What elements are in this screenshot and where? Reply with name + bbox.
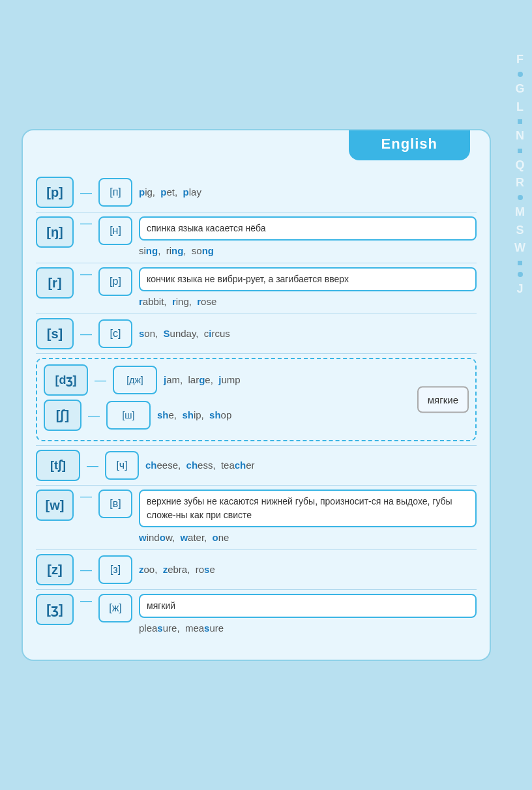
desc-ng: спинка языка касается нёба xyxy=(139,216,477,241)
examples-ng: sing, ring, song xyxy=(139,245,214,256)
sep-4 xyxy=(36,353,477,354)
russian-r: [р] xyxy=(98,267,132,296)
arrow-tsh: — xyxy=(87,459,98,473)
russian-zh: [ж] xyxy=(98,594,132,622)
russian-ng: [н] xyxy=(98,216,132,245)
letter-F: F xyxy=(516,52,524,67)
desc-w: верхние зубы не касаются нижней губы, пр… xyxy=(139,490,477,527)
rows-container: [p] — [п] pig, pet, play [ŋ] — [н] спинк… xyxy=(23,173,490,647)
examples-dj: jam, large, jump xyxy=(164,374,241,385)
row-w: [w] — [в] верхние зубы не касаются нижне… xyxy=(36,490,477,546)
arrow-zh: — xyxy=(80,594,92,607)
examples-tsh: cheese, chess, teacher xyxy=(145,460,255,471)
myagkie-label: мягкие xyxy=(417,387,469,413)
background: F G L N Q R M S W J English [p] — [п] xyxy=(0,0,532,790)
arrow-sh: — xyxy=(88,409,100,422)
russian-z: [з] xyxy=(98,555,132,584)
sep-7 xyxy=(36,549,477,550)
side-sq-2 xyxy=(518,149,522,153)
arrow-dj: — xyxy=(95,373,106,387)
examples-r: rabbit, ring, rose xyxy=(139,296,216,307)
letter-Q: Q xyxy=(515,158,524,173)
page-title: English xyxy=(381,136,437,152)
row-sh: [ʃ] — [ш] she, ship, shop xyxy=(44,400,469,431)
phoneme-s: [s] xyxy=(36,318,74,349)
row-zh: [ʒ] — [ж] мягкий pleasure, measure xyxy=(36,594,477,636)
desc-zh: мягкий xyxy=(139,594,477,618)
content-dj: jam, large, jump xyxy=(164,372,469,388)
side-alphabet: F G L N Q R M S W J xyxy=(514,52,525,297)
content-z: zoo, zebra, rose xyxy=(139,562,477,578)
row-dj: [dʒ] — [дж] jam, large, jump xyxy=(44,364,469,396)
letter-W: W xyxy=(514,241,525,256)
arrow-w: — xyxy=(80,490,92,503)
header-area: English xyxy=(23,130,490,166)
content-tsh: cheese, chess, teacher xyxy=(145,458,477,473)
russian-s: [с] xyxy=(98,319,132,348)
russian-sh: [ш] xyxy=(106,401,151,430)
examples-zh: pleasure, measure xyxy=(139,622,224,634)
desc-r: кончик языка не вибри-рует, а загибается… xyxy=(139,267,477,291)
phoneme-tsh: [tʃ] xyxy=(36,450,80,481)
row-z: [z] — [з] zoo, zebra, rose xyxy=(36,554,477,585)
row-p: [p] — [п] pig, pet, play xyxy=(36,177,477,208)
content-w: верхние зубы не касаются нижней губы, пр… xyxy=(139,490,477,546)
phoneme-dj: [dʒ] xyxy=(44,364,88,396)
side-sq-3 xyxy=(518,261,522,265)
row-ng: [ŋ] — [н] спинка языка касается нёба sin… xyxy=(36,216,477,259)
phoneme-sh: [ʃ] xyxy=(44,400,81,431)
main-card: English [p] — [п] pig, pet, play [ŋ] — [… xyxy=(22,129,491,661)
arrow-z: — xyxy=(80,563,92,577)
examples-z: zoo, zebra, rose xyxy=(139,564,215,575)
russian-p: [п] xyxy=(98,178,132,207)
phoneme-w: [w] xyxy=(36,490,74,521)
examples-w: window, water, one xyxy=(139,532,229,543)
side-dot-3 xyxy=(518,272,523,277)
arrow-r: — xyxy=(80,267,92,281)
examples-s: son, Sunday, circus xyxy=(139,328,230,339)
examples-sh: she, ship, shop xyxy=(157,409,231,420)
arrow-p: — xyxy=(80,186,92,199)
letter-S: S xyxy=(516,223,524,238)
examples-p: pig, pet, play xyxy=(139,186,201,197)
letter-J: J xyxy=(516,282,523,297)
sep-2 xyxy=(36,263,477,263)
content-p: pig, pet, play xyxy=(139,184,477,200)
row-tsh: [tʃ] — [ч] cheese, chess, teacher xyxy=(36,450,477,481)
letter-N: N xyxy=(516,128,524,143)
phoneme-r: [r] xyxy=(36,267,74,299)
arrow-s: — xyxy=(80,327,92,341)
side-sq-1 xyxy=(518,119,522,124)
sep-3 xyxy=(36,314,477,314)
sep-5 xyxy=(36,445,477,446)
arrow-ng: — xyxy=(80,216,92,230)
letter-G: G xyxy=(515,81,524,96)
phoneme-z: [z] xyxy=(36,554,74,585)
russian-tsh: [ч] xyxy=(105,451,139,480)
sep-1 xyxy=(36,212,477,212)
phoneme-ng: [ŋ] xyxy=(36,216,74,248)
sep-8 xyxy=(36,589,477,590)
content-zh: мягкий pleasure, measure xyxy=(139,594,477,636)
phoneme-zh: [ʒ] xyxy=(36,594,74,625)
dashed-section-myagkie: мягкие [dʒ] — [дж] jam, large, jump [ʃ] … xyxy=(36,358,477,441)
russian-dj: [дж] xyxy=(113,366,157,394)
russian-w: [в] xyxy=(98,490,132,518)
sep-6 xyxy=(36,485,477,486)
letter-L: L xyxy=(516,100,524,115)
letter-M: M xyxy=(515,205,525,220)
letter-R: R xyxy=(516,175,524,190)
row-s: [s] — [с] son, Sunday, circus xyxy=(36,318,477,349)
content-s: son, Sunday, circus xyxy=(139,326,477,342)
phoneme-p: [p] xyxy=(36,177,74,208)
content-r: кончик языка не вибри-рует, а загибается… xyxy=(139,267,477,310)
row-r: [r] — [р] кончик языка не вибри-рует, а … xyxy=(36,267,477,310)
header-tab: English xyxy=(349,130,470,160)
side-dot-1 xyxy=(518,72,523,77)
side-dot-2 xyxy=(518,195,523,200)
content-ng: спинка языка касается нёба sing, ring, s… xyxy=(139,216,477,259)
